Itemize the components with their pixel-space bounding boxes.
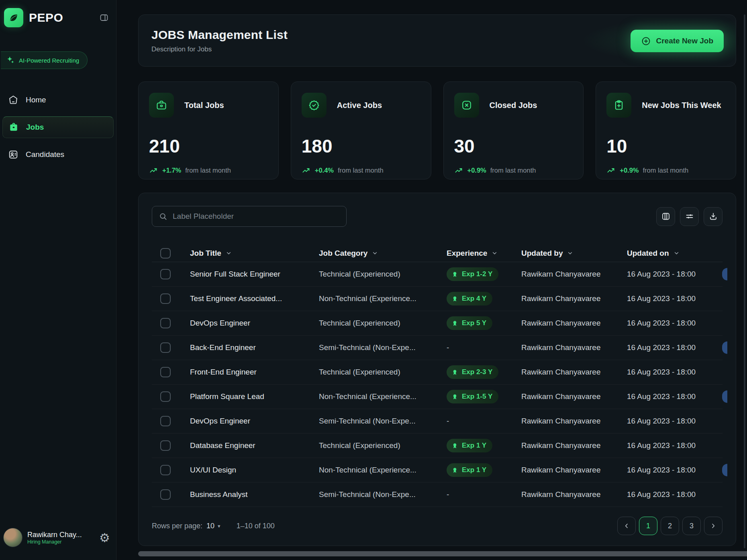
filter-sliders-button[interactable]: [680, 207, 699, 226]
page-button-3[interactable]: 3: [682, 517, 701, 535]
column-header-updated-on[interactable]: Updated on: [627, 249, 723, 258]
select-all-checkbox[interactable]: [160, 248, 171, 259]
sidebar-item-candidates[interactable]: Candidates: [2, 144, 114, 165]
row-checkbox[interactable]: [160, 465, 171, 475]
row-checkbox[interactable]: [160, 391, 171, 402]
user-profile[interactable]: Rawikarn Chay... Hiring Manager ⚙: [0, 528, 116, 547]
stat-delta: +0.9%: [620, 167, 639, 174]
stat-value: 210: [149, 135, 268, 157]
stat-caption: from last month: [490, 167, 536, 174]
table-footer: Rows per page: 10 ▾ 1–10 of 100 1 2 3: [152, 517, 723, 535]
page-button-2[interactable]: 2: [661, 517, 679, 535]
table-row[interactable]: Test Engineer Associated... Non-Technica…: [152, 287, 723, 311]
column-header-experience[interactable]: Experience: [447, 249, 521, 258]
sidebar-item-home[interactable]: Home: [2, 89, 114, 111]
search-box[interactable]: [152, 206, 347, 227]
experience-badge: Exp 5 Y: [447, 316, 492, 330]
download-button[interactable]: [704, 207, 723, 226]
page-button-1[interactable]: 1: [639, 517, 657, 535]
trending-up-icon: [149, 166, 158, 175]
job-category-cell: Technical (Experienced): [319, 319, 447, 328]
job-category-cell: Semi-Technical (Non-Expe...: [319, 417, 447, 426]
row-checkbox[interactable]: [160, 367, 171, 377]
table-header-row: Job Title Job Category Experience Update…: [152, 244, 723, 262]
job-title-cell: UX/UI Design: [190, 466, 319, 474]
updated-on-cell: 16 Aug 2023 - 18:00: [627, 294, 723, 303]
rows-per-page-select[interactable]: 10 ▾: [206, 522, 220, 530]
caret-down-icon: ▾: [218, 523, 220, 529]
stat-delta: +0.4%: [315, 167, 334, 174]
job-category-cell: Semi-Technical (Non-Expe...: [319, 490, 447, 499]
sidebar-collapse-icon[interactable]: [99, 13, 109, 22]
row-checkbox[interactable]: [160, 489, 171, 500]
row-checkbox[interactable]: [160, 342, 171, 353]
trending-up-icon: [454, 166, 463, 175]
ai-badge-label: AI-Powered Recruiting: [19, 57, 79, 64]
search-icon: [159, 212, 168, 221]
job-category-cell: Technical (Experienced): [319, 441, 447, 450]
stat-caption: from last month: [185, 167, 231, 174]
row-checkbox[interactable]: [160, 440, 171, 451]
table-row[interactable]: Platform Square Lead Non-Technical (Expe…: [152, 385, 723, 409]
trending-up-icon: [606, 166, 616, 175]
experience-cell: Exp 2-3 Y: [447, 365, 521, 379]
stat-card-new-jobs: New Jobs This Week 10 +0.9% from last mo…: [596, 81, 736, 179]
stat-label: Total Jobs: [184, 101, 224, 110]
job-category-cell: Non-Technical (Experience...: [319, 294, 447, 303]
table-row[interactable]: DevOps Engineer Technical (Experienced) …: [152, 311, 723, 336]
table-row[interactable]: UX/UI Design Non-Technical (Experience..…: [152, 458, 723, 483]
next-page-button[interactable]: [704, 517, 723, 535]
column-header-job-category[interactable]: Job Category: [319, 249, 447, 258]
row-checkbox[interactable]: [160, 269, 171, 279]
sidebar-item-jobs[interactable]: Jobs: [2, 116, 114, 138]
x-square-icon: [454, 93, 479, 118]
experience-badge: Exp 2-3 Y: [447, 365, 498, 379]
job-title-cell: Platform Square Lead: [190, 392, 319, 401]
pagination-range: 1–10 of 100: [237, 522, 275, 530]
experience-cell: -: [447, 490, 521, 499]
updated-by-cell: Rawikarn Chanyavaree: [521, 417, 627, 426]
experience-badge: Exp 1-5 Y: [447, 390, 498, 403]
job-title-cell: Senior Full Stack Engineer: [190, 270, 319, 279]
home-icon: [7, 95, 19, 105]
previous-page-button[interactable]: [617, 517, 636, 535]
vertical-scrollbar[interactable]: [744, 14, 745, 548]
column-header-job-title[interactable]: Job Title: [190, 249, 319, 258]
settings-gear-icon[interactable]: ⚙: [99, 531, 110, 545]
updated-on-cell: 16 Aug 2023 - 18:00: [627, 392, 723, 401]
stat-card-total-jobs: Total Jobs 210 +1.7% from last month: [138, 81, 279, 179]
experience-badge: Exp 1-2 Y: [447, 267, 498, 281]
logo-row: PEPO: [0, 0, 116, 27]
candidates-icon: [7, 149, 19, 160]
table-row[interactable]: Back-End Engineer Semi-Technical (Non-Ex…: [152, 336, 723, 360]
table-row[interactable]: Database Engineer Technical (Experienced…: [152, 434, 723, 458]
experience-cell: Exp 1 Y: [447, 439, 521, 452]
create-new-job-button[interactable]: Create New Job: [631, 30, 724, 52]
updated-by-cell: Rawikarn Chanyavaree: [521, 392, 627, 401]
updated-by-cell: Rawikarn Chanyavaree: [521, 343, 627, 352]
stat-caption: from last month: [338, 167, 384, 174]
table-row[interactable]: DevOps Engineer Semi-Technical (Non-Expe…: [152, 409, 723, 434]
stat-card-active-jobs: Active Jobs 180 +0.4% from last month: [291, 81, 431, 179]
horizontal-scrollbar[interactable]: [138, 551, 747, 556]
row-checkbox[interactable]: [160, 416, 171, 426]
column-header-updated-by[interactable]: Updated by: [521, 249, 627, 258]
columns-button[interactable]: [656, 207, 675, 226]
page-header-card: JOBS Management List Description for Job…: [138, 14, 736, 67]
experience-cell: Exp 1-2 Y: [447, 267, 521, 281]
sidebar: PEPO AI-Powered Recruiting Home: [0, 0, 116, 560]
stat-value: 180: [302, 135, 420, 157]
job-category-cell: Non-Technical (Experience...: [319, 466, 447, 474]
search-input[interactable]: [173, 212, 340, 221]
row-checkbox[interactable]: [160, 318, 171, 328]
table-row[interactable]: Senior Full Stack Engineer Technical (Ex…: [152, 262, 723, 287]
table-row[interactable]: Business Analyst Semi-Technical (Non-Exp…: [152, 483, 723, 507]
updated-on-cell: 16 Aug 2023 - 18:00: [627, 490, 723, 499]
page-title: JOBS Management List: [151, 28, 288, 42]
table-row[interactable]: Front-End Engineer Technical (Experience…: [152, 360, 723, 385]
stat-label: Active Jobs: [337, 101, 382, 110]
create-new-job-label: Create New Job: [656, 37, 713, 45]
row-checkbox[interactable]: [160, 293, 171, 304]
chevron-down-icon: [225, 250, 232, 257]
job-title-cell: Back-End Engineer: [190, 343, 319, 352]
